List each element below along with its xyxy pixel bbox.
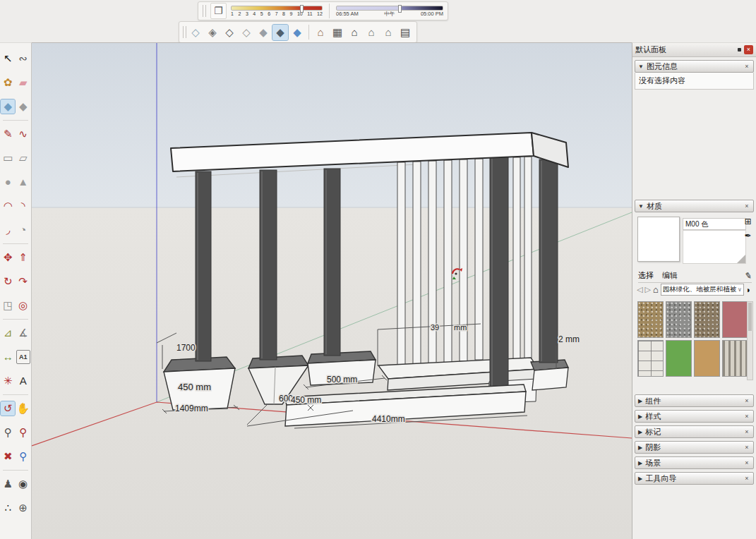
section-header-工具向导[interactable]: ▶工具向导×	[635, 472, 754, 485]
shaded-mode-button[interactable]: ◆	[256, 25, 271, 40]
section-header-样式[interactable]: ▶样式×	[635, 410, 754, 423]
walk-tool[interactable]: ∴	[1, 501, 15, 515]
swatch-river-rock[interactable]	[694, 301, 720, 338]
eraser-tool[interactable]: ▰	[16, 75, 30, 90]
two-point-arc-tool[interactable]: ◝	[16, 199, 30, 213]
arc-tool[interactable]: ◠	[1, 199, 15, 213]
paint-bucket-tool[interactable]: ✿	[1, 75, 15, 90]
lasso-select-tool[interactable]: ∾	[16, 52, 30, 66]
zoom-extents-tool[interactable]: ✖	[1, 449, 15, 464]
back-view-button[interactable]: ▤	[397, 25, 413, 40]
materials-close-icon[interactable]: ×	[743, 202, 750, 210]
text-tool[interactable]: A1	[16, 350, 30, 364]
swatch-rose-solid[interactable]	[722, 301, 748, 338]
toolbar-grip[interactable]	[203, 5, 206, 17]
swatch-sand-tan[interactable]	[694, 340, 720, 377]
swatch-fence-slats[interactable]	[722, 340, 748, 377]
date-slider-track[interactable]	[231, 6, 323, 11]
wireframe-mode-button[interactable]: ◇	[222, 25, 237, 40]
circle-tool[interactable]: ●	[1, 175, 15, 189]
look-around-tool[interactable]: ◉	[16, 477, 30, 491]
xray-mode-button[interactable]: ◇	[188, 25, 203, 40]
zoom-window-tool[interactable]: ⚲	[16, 425, 30, 440]
right-view-button[interactable]: ⌂	[364, 25, 379, 40]
tray-close-button[interactable]: ×	[744, 45, 753, 54]
left-view-button[interactable]: ⌂	[380, 25, 396, 40]
push-pull-tool[interactable]: ⇑	[16, 250, 30, 265]
iso-view-button[interactable]: ⌂	[313, 25, 328, 40]
shaded-with-textures-mode-button[interactable]: ◆	[272, 25, 288, 40]
zoom-tool[interactable]: ⚲	[1, 425, 15, 440]
date-slider-handle[interactable]	[300, 5, 304, 13]
section-close-icon[interactable]: ×	[743, 413, 750, 420]
rotated-rectangle-tool[interactable]: ▱	[16, 151, 30, 165]
pie-tool[interactable]: ◔	[16, 223, 30, 237]
time-slider-track[interactable]	[336, 6, 443, 11]
front-view-button[interactable]: ⌂	[347, 25, 362, 40]
freehand-tool[interactable]: ∿	[16, 127, 30, 141]
materials-header[interactable]: ▼ 材质 ×	[635, 200, 754, 212]
entity-info-header[interactable]: ▼ 图元信息 ×	[635, 60, 754, 73]
swatch-gravel-gray[interactable]	[666, 301, 692, 338]
forward-arrow-icon[interactable]: ▷	[644, 285, 650, 294]
section-header-场景[interactable]: ▶场景×	[635, 456, 754, 469]
shadow-date-slider[interactable]: 123456789101112	[231, 6, 323, 16]
position-camera-tool[interactable]: ♟	[1, 477, 15, 491]
top-view-button[interactable]: ▦	[330, 25, 345, 40]
axes-tool[interactable]: ✳	[1, 374, 15, 388]
home-icon[interactable]: ⌂	[653, 284, 659, 295]
pan-tool[interactable]: ✋	[16, 401, 30, 416]
model-viewport[interactable]: 1700 450 mm 1409mm 600 450 mm 500 mm 441…	[32, 42, 632, 539]
section-close-icon[interactable]: ×	[743, 459, 750, 466]
swatch-grass-green[interactable]	[666, 340, 692, 377]
time-slider-handle[interactable]	[398, 5, 402, 13]
pin-icon[interactable]	[738, 48, 741, 52]
threed-text-tool[interactable]: A	[16, 374, 30, 388]
entity-info-close-icon[interactable]: ×	[743, 63, 750, 70]
follow-me-tool[interactable]: ↷	[16, 274, 30, 289]
hidden-line-mode-button[interactable]: ◇	[239, 25, 254, 40]
paint-brush-icon[interactable]: ✒	[744, 231, 751, 241]
scale-tool[interactable]: ◳	[1, 298, 15, 313]
viewport-canvas[interactable]: 1700 450 mm 1409mm 600 450 mm 500 mm 441…	[32, 43, 632, 539]
section-header-阴影[interactable]: ▶阴影×	[635, 441, 754, 454]
tab-select[interactable]: 选择	[638, 270, 654, 281]
offset-tool[interactable]: ◎	[16, 298, 30, 313]
line-tool[interactable]: ✎	[1, 127, 15, 141]
scrollbar-thumb[interactable]	[748, 303, 752, 331]
back-arrow-icon[interactable]: ◁	[637, 285, 642, 294]
swatch-scrollbar[interactable]	[747, 301, 753, 380]
section-close-icon[interactable]: ×	[743, 397, 750, 404]
polygon-tool[interactable]: ▲	[16, 175, 30, 189]
select-tool[interactable]: ↖	[1, 52, 15, 66]
section-header-标记[interactable]: ▶标记×	[635, 425, 754, 438]
rectangle-tool[interactable]: ▭	[1, 151, 15, 165]
tab-edit[interactable]: 编辑	[662, 270, 678, 281]
move-tool[interactable]: ✥	[1, 250, 15, 265]
dimension-tool[interactable]: ↔	[1, 350, 15, 364]
toolbar-grip[interactable]	[183, 26, 186, 38]
tape-measure-tool[interactable]: ⊿	[1, 326, 15, 340]
swatch-pavers-white[interactable]	[637, 340, 664, 377]
target-tool[interactable]: ⊕	[16, 501, 30, 515]
create-material-icon[interactable]: ⊞	[744, 217, 751, 226]
rotate-tool[interactable]: ↻	[1, 274, 15, 289]
material-category-dropdown[interactable]: 园林绿化、地被层和植被 ∨	[661, 284, 744, 296]
monochrome-mode-button[interactable]: ◆	[289, 25, 305, 40]
toggle-shadows-button[interactable]: ❐	[210, 3, 227, 19]
section-close-icon[interactable]: ×	[743, 475, 750, 482]
section-header-组件[interactable]: ▶组件×	[635, 394, 754, 407]
in-model-icon[interactable]: ◗	[746, 285, 751, 295]
material-box-tool[interactable]: ◆	[1, 99, 15, 114]
three-point-arc-tool[interactable]: ◞	[1, 223, 15, 237]
back-edges-mode-button[interactable]: ◈	[205, 25, 220, 40]
swatch-gravel-brown[interactable]	[637, 301, 664, 338]
sample-paint-icon[interactable]: ✎	[744, 270, 752, 281]
protractor-tool[interactable]: ∡	[16, 326, 30, 340]
section-close-icon[interactable]: ×	[743, 444, 750, 451]
material-preview[interactable]	[637, 217, 680, 262]
zoom-previous-tool[interactable]: ⚲	[16, 449, 30, 464]
section-close-icon[interactable]: ×	[743, 428, 750, 435]
shadow-time-slider[interactable]: 06:55 AM 中午 05:00 PM	[336, 6, 443, 17]
swatch-box-tool[interactable]: ◆	[16, 99, 30, 114]
